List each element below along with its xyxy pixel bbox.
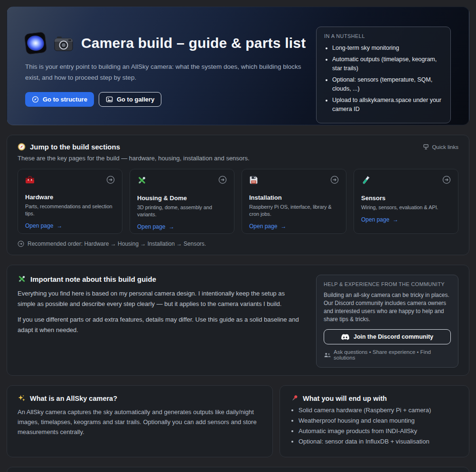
tools-icon xyxy=(18,275,26,283)
arrow-circle-icon xyxy=(218,176,227,184)
arrow-icon: → xyxy=(56,222,62,229)
go-to-structure-button[interactable]: Go to structure xyxy=(25,92,94,107)
open-page-link[interactable]: Open page → xyxy=(137,223,227,230)
community-box: HELP & EXPERIENCE FROM THE COMMUNITY Bui… xyxy=(316,275,458,368)
list-item: Weatherproof housing and clean mounting xyxy=(299,417,458,424)
build-sections-panel: Jump to the build sections Quick links T… xyxy=(7,135,469,255)
join-discord-button[interactable]: Join the Discord community xyxy=(324,329,451,344)
gallery-icon xyxy=(106,96,113,103)
compass-section-icon xyxy=(18,143,26,151)
support-panel: ♥ Support the project Building, document… xyxy=(7,467,469,472)
section-title: What is an AllSky camera? xyxy=(30,395,117,402)
section-subtitle: These are the key pages for the build — … xyxy=(18,155,458,162)
card-title: Sensors xyxy=(361,194,451,202)
galaxy-icon xyxy=(24,31,47,55)
hero-banner: Camera build – guide & parts list This i… xyxy=(7,7,469,125)
list-item: Solid camera hardware (Raspberry Pi + ca… xyxy=(299,407,458,414)
community-text: Building an all-sky camera can be tricky… xyxy=(324,291,451,324)
quick-links-icon xyxy=(423,144,429,150)
card-housing-dome[interactable]: Housing & Dome 3D printing, dome, assemb… xyxy=(130,169,234,234)
community-footer-text: Ask questions • Share experience • Find … xyxy=(334,349,451,361)
page: Camera build – guide & parts list This i… xyxy=(0,0,476,472)
card-title: Hardware xyxy=(25,194,115,201)
card-sensors[interactable]: Sensors Wiring, sensors, evaluation & AP… xyxy=(354,169,458,234)
people-icon xyxy=(324,352,331,358)
tools-icon xyxy=(137,176,147,185)
list-item: Long-term sky monitoring xyxy=(332,44,443,53)
section-title: Important note about this build guide xyxy=(30,275,156,283)
arrow-icon: → xyxy=(168,223,174,230)
quick-links[interactable]: Quick links xyxy=(423,144,458,150)
arrow-icon: → xyxy=(280,223,286,230)
go-to-gallery-button[interactable]: Go to gallery xyxy=(99,92,161,107)
card-title: Installation xyxy=(249,194,339,201)
card-installation[interactable]: Installation Raspberry Pi OS, interface,… xyxy=(242,169,346,234)
card-description: 3D printing, dome, assembly and variants… xyxy=(137,204,227,218)
page-title: Camera build – guide & parts list xyxy=(81,35,306,51)
end-up-list: Solid camera hardware (Raspberry Pi + ca… xyxy=(290,407,458,445)
important-note-panel: Important note about this build guide Ev… xyxy=(7,265,469,376)
card-hardware[interactable]: Hardware Parts, recommendations and sele… xyxy=(18,169,122,234)
open-page-link[interactable]: Open page → xyxy=(25,222,115,229)
list-item: Optional: sensor data in InfluxDB + visu… xyxy=(299,438,458,445)
list-item: Optional: sensors (temperature, SQM, clo… xyxy=(332,75,443,93)
sparkles-icon xyxy=(18,394,26,402)
floppy-disk-icon xyxy=(249,176,258,185)
card-description: Raspberry Pi OS, interface, library & cr… xyxy=(249,204,339,218)
note-paragraph: If you use different parts or add extra … xyxy=(18,315,304,335)
card-description: Wiring, sensors, evaluation & API. xyxy=(361,204,451,211)
recommended-order-text: Recommended order: Hardware → Housing → … xyxy=(28,241,206,247)
what-is-allsky-panel: What is an AllSky camera? An AllSky came… xyxy=(7,385,273,457)
arrow-circle-icon xyxy=(442,176,451,184)
list-item: Upload to allskykamera.space under your … xyxy=(332,96,443,114)
open-page-link[interactable]: Open page → xyxy=(249,223,339,230)
card-title: Housing & Dome xyxy=(137,194,227,202)
list-item: Automatic outputs (timelapse, keogram, s… xyxy=(332,55,443,73)
pushpin-icon xyxy=(290,394,299,402)
note-paragraph: Everything you find here is based on my … xyxy=(18,288,304,309)
toolbox-icon xyxy=(25,176,35,184)
arrow-icon: → xyxy=(392,216,398,223)
section-title: What you will end up with xyxy=(303,395,387,402)
card-description: Parts, recommendations and selection tip… xyxy=(25,203,115,217)
about-text: An AllSky camera captures the sky automa… xyxy=(18,407,262,437)
camera-icon xyxy=(54,36,73,51)
nutshell-label: IN A NUTSHELL xyxy=(324,33,443,39)
nutshell-list: Long-term sky monitoring Automatic outpu… xyxy=(324,44,443,114)
nutshell-box: IN A NUTSHELL Long-term sky monitoring A… xyxy=(316,27,451,123)
community-label: HELP & EXPERIENCE FROM THE COMMUNITY xyxy=(324,281,451,287)
end-up-with-panel: What you will end up with Solid camera h… xyxy=(280,385,469,457)
open-page-link[interactable]: Open page → xyxy=(361,216,451,223)
arrow-circle-icon xyxy=(330,176,339,184)
hero-description: This is your entry point to building an … xyxy=(25,61,315,83)
list-item: Automatic image products from INDI-AllSk… xyxy=(299,427,458,435)
arrow-circle-icon xyxy=(18,241,24,247)
section-title: Jump to the build sections xyxy=(30,143,120,151)
test-tube-icon xyxy=(361,176,371,185)
discord-icon xyxy=(341,334,349,340)
compass-icon xyxy=(32,96,39,103)
arrow-circle-icon xyxy=(106,176,115,184)
